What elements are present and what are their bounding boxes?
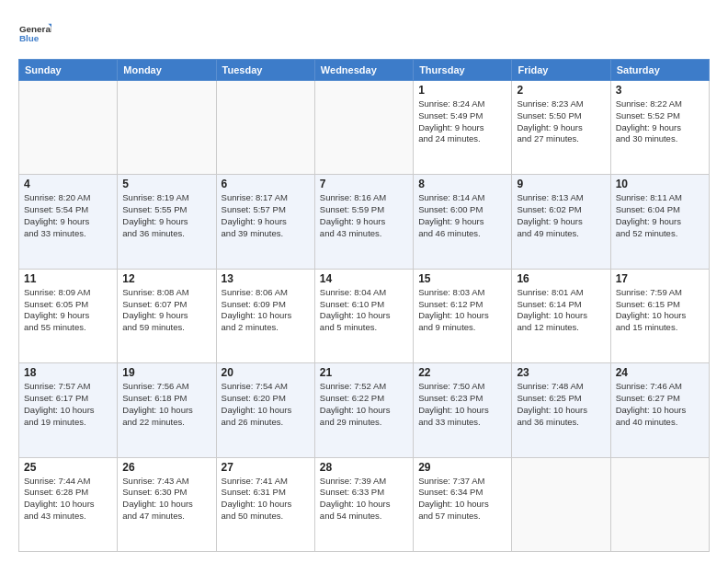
day-info: Sunrise: 8:14 AMSunset: 6:00 PMDaylight:… <box>418 192 506 239</box>
day-number: 21 <box>320 366 408 379</box>
day-number: 16 <box>517 272 605 285</box>
calendar-week-row: 25Sunrise: 7:44 AMSunset: 6:28 PMDayligh… <box>19 457 710 551</box>
day-number: 10 <box>616 178 704 190</box>
day-number: 2 <box>517 84 605 97</box>
day-info: Sunrise: 8:06 AMSunset: 6:09 PMDaylight:… <box>222 287 310 334</box>
logo-svg: General Blue <box>18 17 51 50</box>
calendar-week-row: 1Sunrise: 8:24 AMSunset: 5:49 PMDaylight… <box>19 81 710 175</box>
day-info: Sunrise: 7:37 AMSunset: 6:34 PMDaylight:… <box>418 476 506 523</box>
calendar-cell <box>19 81 118 175</box>
day-number: 22 <box>418 366 506 379</box>
day-info: Sunrise: 8:04 AMSunset: 6:10 PMDaylight:… <box>320 287 408 334</box>
day-info: Sunrise: 7:48 AMSunset: 6:25 PMDaylight:… <box>517 381 605 428</box>
day-number: 23 <box>517 366 605 379</box>
calendar-cell <box>512 457 610 551</box>
calendar-cell: 22Sunrise: 7:50 AMSunset: 6:23 PMDayligh… <box>414 363 512 457</box>
calendar-cell: 24Sunrise: 7:46 AMSunset: 6:27 PMDayligh… <box>610 363 709 457</box>
calendar-cell <box>314 81 413 175</box>
day-info: Sunrise: 7:50 AMSunset: 6:23 PMDaylight:… <box>418 381 506 428</box>
calendar-cell: 1Sunrise: 8:24 AMSunset: 5:49 PMDaylight… <box>414 81 512 175</box>
day-number: 6 <box>222 178 310 190</box>
day-number: 5 <box>122 178 210 190</box>
calendar-cell: 8Sunrise: 8:14 AMSunset: 6:00 PMDaylight… <box>414 175 512 269</box>
day-info: Sunrise: 8:11 AMSunset: 6:04 PMDaylight:… <box>616 192 704 239</box>
day-number: 11 <box>24 272 112 285</box>
header: General Blue <box>18 17 710 50</box>
day-info: Sunrise: 7:44 AMSunset: 6:28 PMDaylight:… <box>24 476 112 523</box>
weekday-header-friday: Friday <box>512 60 610 81</box>
day-info: Sunrise: 8:19 AMSunset: 5:55 PMDaylight:… <box>122 192 210 239</box>
calendar-cell: 29Sunrise: 7:37 AMSunset: 6:34 PMDayligh… <box>414 457 512 551</box>
day-info: Sunrise: 8:01 AMSunset: 6:14 PMDaylight:… <box>517 287 605 334</box>
weekday-header-sunday: Sunday <box>19 60 118 81</box>
calendar-cell: 26Sunrise: 7:43 AMSunset: 6:30 PMDayligh… <box>118 457 216 551</box>
day-number: 3 <box>616 84 704 97</box>
day-number: 26 <box>122 461 210 474</box>
calendar-week-row: 11Sunrise: 8:09 AMSunset: 6:05 PMDayligh… <box>19 269 710 362</box>
day-number: 7 <box>320 178 408 190</box>
day-info: Sunrise: 8:08 AMSunset: 6:07 PMDaylight:… <box>122 287 210 334</box>
day-number: 28 <box>320 461 408 474</box>
calendar-table: SundayMondayTuesdayWednesdayThursdayFrid… <box>18 59 710 552</box>
calendar-cell: 3Sunrise: 8:22 AMSunset: 5:52 PMDaylight… <box>610 81 709 175</box>
day-info: Sunrise: 7:54 AMSunset: 6:20 PMDaylight:… <box>222 381 310 428</box>
day-number: 19 <box>122 366 210 379</box>
svg-text:General: General <box>19 24 51 34</box>
page: General Blue SundayMondayTuesdayWednesda… <box>0 0 728 563</box>
day-info: Sunrise: 8:22 AMSunset: 5:52 PMDaylight:… <box>616 98 704 145</box>
calendar-cell: 20Sunrise: 7:54 AMSunset: 6:20 PMDayligh… <box>216 363 314 457</box>
day-number: 14 <box>320 272 408 285</box>
day-number: 24 <box>616 366 704 379</box>
calendar-week-row: 4Sunrise: 8:20 AMSunset: 5:54 PMDaylight… <box>19 175 710 269</box>
day-info: Sunrise: 7:43 AMSunset: 6:30 PMDaylight:… <box>122 476 210 523</box>
day-number: 25 <box>24 461 112 474</box>
day-info: Sunrise: 7:41 AMSunset: 6:31 PMDaylight:… <box>222 476 310 523</box>
day-number: 27 <box>222 461 310 474</box>
weekday-header-thursday: Thursday <box>414 60 512 81</box>
day-number: 17 <box>616 272 704 285</box>
calendar-cell: 10Sunrise: 8:11 AMSunset: 6:04 PMDayligh… <box>610 175 709 269</box>
day-info: Sunrise: 7:59 AMSunset: 6:15 PMDaylight:… <box>616 287 704 334</box>
calendar-cell: 28Sunrise: 7:39 AMSunset: 6:33 PMDayligh… <box>314 457 413 551</box>
calendar-cell <box>216 81 314 175</box>
calendar-cell: 12Sunrise: 8:08 AMSunset: 6:07 PMDayligh… <box>118 269 216 362</box>
calendar-cell: 25Sunrise: 7:44 AMSunset: 6:28 PMDayligh… <box>19 457 118 551</box>
day-info: Sunrise: 8:17 AMSunset: 5:57 PMDaylight:… <box>222 192 310 239</box>
calendar-cell: 13Sunrise: 8:06 AMSunset: 6:09 PMDayligh… <box>216 269 314 362</box>
calendar-cell: 2Sunrise: 8:23 AMSunset: 5:50 PMDaylight… <box>512 81 610 175</box>
calendar-cell: 18Sunrise: 7:57 AMSunset: 6:17 PMDayligh… <box>19 363 118 457</box>
day-info: Sunrise: 7:57 AMSunset: 6:17 PMDaylight:… <box>24 381 112 428</box>
svg-text:Blue: Blue <box>19 33 40 43</box>
calendar-cell: 16Sunrise: 8:01 AMSunset: 6:14 PMDayligh… <box>512 269 610 362</box>
calendar-header-row: SundayMondayTuesdayWednesdayThursdayFrid… <box>19 60 710 81</box>
calendar-week-row: 18Sunrise: 7:57 AMSunset: 6:17 PMDayligh… <box>19 363 710 457</box>
weekday-header-monday: Monday <box>118 60 216 81</box>
day-number: 18 <box>24 366 112 379</box>
calendar-cell: 11Sunrise: 8:09 AMSunset: 6:05 PMDayligh… <box>19 269 118 362</box>
day-number: 15 <box>418 272 506 285</box>
calendar-cell <box>610 457 709 551</box>
day-info: Sunrise: 8:13 AMSunset: 6:02 PMDaylight:… <box>517 192 605 239</box>
calendar-cell <box>118 81 216 175</box>
calendar-cell: 9Sunrise: 8:13 AMSunset: 6:02 PMDaylight… <box>512 175 610 269</box>
weekday-header-saturday: Saturday <box>610 60 709 81</box>
day-info: Sunrise: 8:23 AMSunset: 5:50 PMDaylight:… <box>517 98 605 145</box>
calendar-cell: 23Sunrise: 7:48 AMSunset: 6:25 PMDayligh… <box>512 363 610 457</box>
calendar-cell: 19Sunrise: 7:56 AMSunset: 6:18 PMDayligh… <box>118 363 216 457</box>
day-number: 4 <box>24 178 112 190</box>
day-number: 12 <box>122 272 210 285</box>
day-info: Sunrise: 8:03 AMSunset: 6:12 PMDaylight:… <box>418 287 506 334</box>
day-number: 1 <box>418 84 506 97</box>
day-number: 13 <box>222 272 310 285</box>
day-number: 29 <box>418 461 506 474</box>
calendar-cell: 15Sunrise: 8:03 AMSunset: 6:12 PMDayligh… <box>414 269 512 362</box>
calendar-cell: 14Sunrise: 8:04 AMSunset: 6:10 PMDayligh… <box>314 269 413 362</box>
day-number: 20 <box>222 366 310 379</box>
weekday-header-wednesday: Wednesday <box>314 60 413 81</box>
day-info: Sunrise: 7:56 AMSunset: 6:18 PMDaylight:… <box>122 381 210 428</box>
day-info: Sunrise: 8:16 AMSunset: 5:59 PMDaylight:… <box>320 192 408 239</box>
day-info: Sunrise: 7:52 AMSunset: 6:22 PMDaylight:… <box>320 381 408 428</box>
calendar-cell: 4Sunrise: 8:20 AMSunset: 5:54 PMDaylight… <box>19 175 118 269</box>
calendar-cell: 7Sunrise: 8:16 AMSunset: 5:59 PMDaylight… <box>314 175 413 269</box>
day-number: 9 <box>517 178 605 190</box>
